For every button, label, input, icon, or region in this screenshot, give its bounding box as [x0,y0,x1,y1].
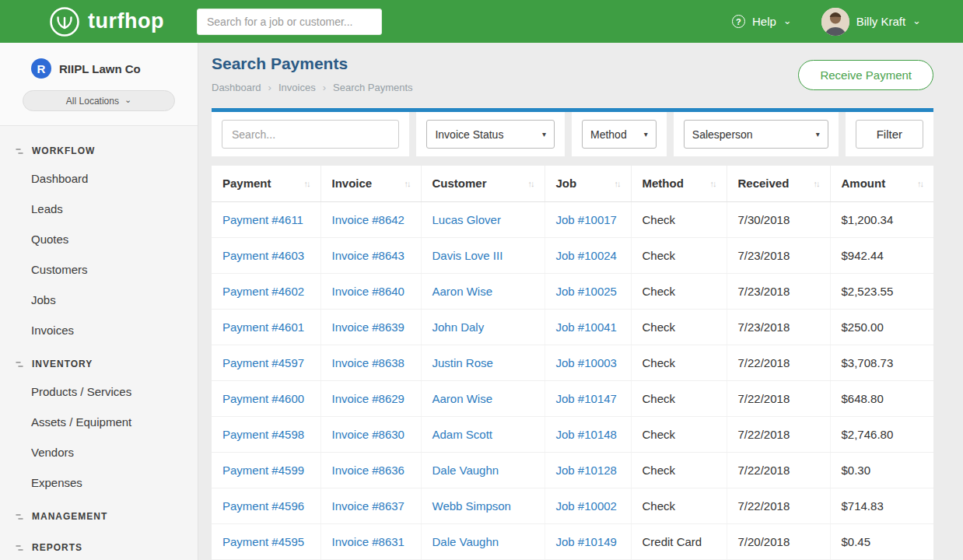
payment-link[interactable]: Payment #4599 [222,464,304,477]
job-cell: Job #10041 [545,309,631,345]
invoice-link[interactable]: Invoice #8642 [332,213,404,226]
customer-link[interactable]: Dale Vaughn [432,535,499,548]
column-header-customer[interactable]: Customer↑↓ [421,166,545,201]
receive-payment-button[interactable]: Receive Payment [798,60,933,90]
column-header-invoice[interactable]: Invoice↑↓ [320,166,421,201]
sidebar-item-assets-equipment[interactable]: Assets / Equipment [0,407,198,437]
column-header-amount[interactable]: Amount↑↓ [830,166,933,201]
job-link[interactable]: Job #10024 [556,249,617,262]
sort-icon[interactable]: ↑↓ [528,179,534,188]
payment-link[interactable]: Payment #4601 [222,320,304,334]
job-cell: Job #10003 [545,345,631,380]
sidebar-item-leads[interactable]: Leads [0,194,198,224]
amount-cell: $714.83 [830,488,933,523]
column-header-method[interactable]: Method↑↓ [631,166,727,201]
column-header-inner: Received↑↓ [738,177,819,190]
filter-button-box: Filter [846,112,933,156]
global-search-input[interactable] [197,9,382,35]
column-header-received[interactable]: Received↑↓ [727,166,830,201]
invoice-link[interactable]: Invoice #8640 [332,285,404,298]
job-link[interactable]: Job #10147 [556,392,617,405]
invoice-link[interactable]: Invoice #8637 [332,499,404,513]
invoice-link[interactable]: Invoice #8643 [332,249,404,262]
sidebar-item-jobs[interactable]: Jobs [0,285,198,315]
help-menu[interactable]: ? Help ⌄ [732,15,792,28]
received-cell: 7/20/2018 [727,523,830,559]
customer-link[interactable]: Adam Scott [432,428,493,441]
invoice-link[interactable]: Invoice #8636 [332,464,404,477]
job-link[interactable]: Job #10003 [556,356,617,369]
payments-table: Payment↑↓Invoice↑↓Customer↑↓Job↑↓Method↑… [212,166,933,560]
sidebar-item-products-services[interactable]: Products / Services [0,376,198,407]
sidebar-item-quotes[interactable]: Quotes [0,224,198,254]
nav-section-label: REPORTS [32,542,82,553]
locations-selector[interactable]: All Locations ⌄ [23,90,175,111]
filter-salesperson-box: Salesperson ▾ [674,112,839,156]
invoice-link[interactable]: Invoice #8639 [332,320,404,334]
page-header-left: Search Payments Dashboard › Invoices › S… [212,54,413,93]
customer-link[interactable]: Webb Simpson [432,499,511,513]
payment-cell: Payment #4596 [212,488,320,523]
sidebar-item-customers[interactable]: Customers [0,254,198,285]
method-cell: Check [631,273,727,309]
received-cell: 7/23/2018 [727,273,830,309]
sidebar-item-dashboard[interactable]: Dashboard [0,163,198,194]
payment-link[interactable]: Payment #4600 [222,392,304,405]
sort-icon[interactable]: ↑↓ [917,179,923,188]
customer-link[interactable]: John Daly [432,320,485,334]
avatar [821,8,849,36]
sort-icon[interactable]: ↑↓ [304,179,310,188]
customer-link[interactable]: Davis Love III [432,249,503,262]
brand[interactable]: turfhop [48,5,164,38]
invoice-link[interactable]: Invoice #8629 [332,392,404,405]
payment-link[interactable]: Payment #4598 [222,428,304,441]
breadcrumb-dashboard[interactable]: Dashboard [212,82,261,93]
job-link[interactable]: Job #10002 [556,499,617,513]
payment-link[interactable]: Payment #4595 [222,535,304,548]
sort-icon[interactable]: ↑↓ [615,179,620,188]
sidebar-item-invoices[interactable]: Invoices [0,315,198,345]
sort-icon[interactable]: ↑↓ [814,179,819,188]
user-menu[interactable]: Billy Kraft ⌄ [821,8,921,36]
column-header-payment[interactable]: Payment↑↓ [212,166,320,201]
payment-link[interactable]: Payment #4597 [222,356,304,369]
job-link[interactable]: Job #10017 [556,213,617,226]
nav-section-label: MANAGEMENT [32,511,107,522]
sort-icon[interactable]: ↑↓ [710,179,716,188]
select-arrow-icon: ▾ [542,130,546,138]
invoice-link[interactable]: Invoice #8630 [332,428,404,441]
customer-link[interactable]: Aaron Wise [432,392,493,405]
customer-link[interactable]: Dale Vaughn [432,464,499,477]
job-link[interactable]: Job #10041 [556,320,617,334]
chevron-down-icon: ⌄ [783,15,792,26]
column-header-inner: Method↑↓ [643,177,716,190]
salesperson-select[interactable]: Salesperson ▾ [684,120,828,149]
payments-card: Invoice Status ▾ Method ▾ Salesperson ▾ … [212,108,933,560]
payment-link[interactable]: Payment #4602 [222,285,304,298]
column-header-job[interactable]: Job↑↓ [545,166,631,201]
invoice-status-select[interactable]: Invoice Status ▾ [426,120,555,149]
customer-link[interactable]: Lucas Glover [432,213,501,226]
method-select[interactable]: Method ▾ [582,120,657,149]
sort-icon[interactable]: ↑↓ [404,179,410,188]
customer-link[interactable]: Justin Rose [432,356,493,369]
column-header-inner: Payment↑↓ [222,177,310,190]
payment-link[interactable]: Payment #4603 [222,249,304,262]
invoice-link[interactable]: Invoice #8638 [332,356,404,369]
sidebar-item-expenses[interactable]: Expenses [0,467,198,498]
customer-link[interactable]: Aaron Wise [432,285,493,298]
payments-search-input[interactable] [222,120,399,149]
filter-button[interactable]: Filter [856,120,923,149]
customer-cell: Davis Love III [421,237,545,273]
breadcrumb-invoices[interactable]: Invoices [278,82,316,93]
payment-link[interactable]: Payment #4611 [222,213,303,226]
job-link[interactable]: Job #10025 [556,285,617,298]
job-link[interactable]: Job #10148 [556,428,617,441]
job-link[interactable]: Job #10149 [556,535,617,548]
company[interactable]: R RIIPL Lawn Co [0,58,198,79]
payment-link[interactable]: Payment #4596 [222,499,304,513]
sidebar-item-vendors[interactable]: Vendors [0,437,198,467]
job-link[interactable]: Job #10128 [556,464,617,477]
invoice-link[interactable]: Invoice #8631 [332,535,404,548]
breadcrumb-separator: › [323,82,326,93]
